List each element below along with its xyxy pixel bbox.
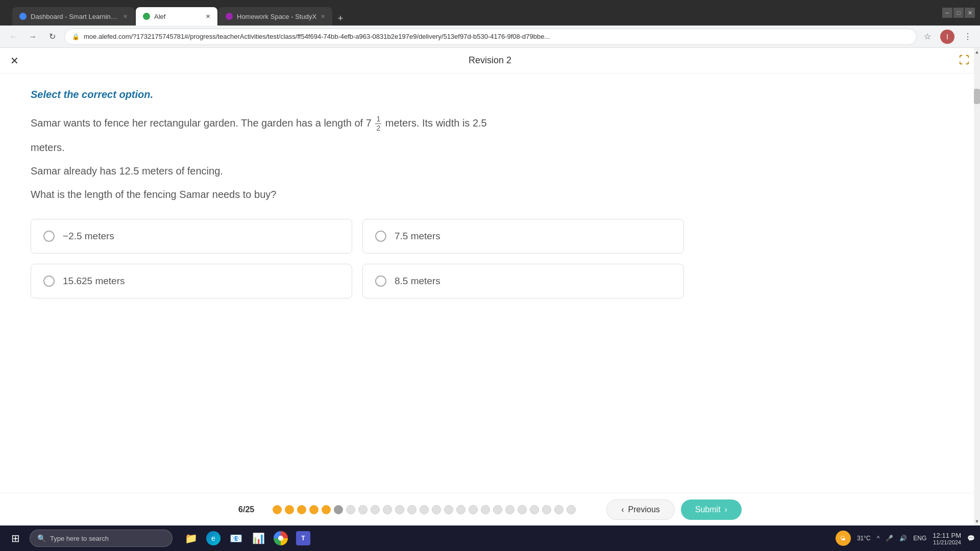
pagination-dot-6[interactable] [334, 505, 343, 514]
tab-studyx[interactable]: Homework Space - StudyX ✕ [218, 7, 332, 26]
new-tab-button[interactable]: + [333, 11, 348, 26]
pagination-dot-10[interactable] [383, 505, 392, 514]
option-b[interactable]: 7.5 meters [362, 219, 684, 254]
pagination-dot-7[interactable] [346, 505, 355, 514]
speaker-icon: 🔊 [899, 535, 907, 542]
question-text-line4: What is the length of the fencing Samar … [31, 185, 684, 204]
pagination-dot-18[interactable] [481, 505, 490, 514]
tab-close-studyx[interactable]: ✕ [321, 13, 325, 20]
pagination-dot-23[interactable] [542, 505, 551, 514]
close-window-button[interactable]: ✕ [965, 8, 975, 18]
edge-icon: e [206, 531, 220, 545]
option-a[interactable]: −2.5 meters [31, 219, 352, 254]
pagination-dot-19[interactable] [493, 505, 502, 514]
option-b-text: 7.5 meters [395, 231, 440, 242]
radio-a[interactable] [43, 231, 55, 242]
pagination-dot-3[interactable] [297, 505, 306, 514]
pagination-dot-5[interactable] [322, 505, 331, 514]
scrollbar-thumb[interactable] [974, 89, 980, 104]
minimize-button[interactable]: ─ [942, 8, 952, 18]
profile-avatar: I [940, 30, 954, 44]
options-grid: −2.5 meters 7.5 meters 15.625 meters 8.5… [31, 219, 684, 298]
url-bar[interactable]: 🔒 moe.alefed.com/?1732175745781#/progres… [64, 29, 917, 45]
taskbar-app-edge[interactable]: e [203, 528, 224, 548]
profile-button[interactable]: I [938, 28, 957, 46]
previous-button[interactable]: ‹ Previous [606, 499, 675, 520]
taskbar-apps: 📁 e 📧 📊 T [181, 528, 313, 548]
taskbar-app-files[interactable]: 📁 [181, 528, 201, 548]
previous-label: Previous [628, 505, 660, 514]
option-c[interactable]: 15.625 meters [31, 264, 352, 298]
pagination-dot-15[interactable] [444, 505, 453, 514]
taskbar-app-chrome[interactable] [271, 528, 291, 548]
taskbar-search[interactable]: 🔍 Type here to search [30, 530, 173, 547]
nav-buttons: ‹ Previous Submit › [606, 499, 742, 520]
pagination-dot-4[interactable] [309, 505, 318, 514]
pagination-dot-13[interactable] [420, 505, 429, 514]
taskbar-app-teams[interactable]: T [293, 528, 313, 548]
pagination-dot-17[interactable] [469, 505, 478, 514]
prev-arrow-icon: ‹ [621, 505, 624, 514]
question-text-line1: Samar wants to fence her rectangular gar… [31, 113, 684, 133]
pagination-dot-8[interactable] [358, 505, 368, 514]
tab-alef[interactable]: Alef ✕ [136, 7, 217, 26]
scroll-up-arrow[interactable]: ▲ [974, 48, 980, 56]
pagination-dot-20[interactable] [505, 505, 514, 514]
chevron-icon: ^ [877, 535, 880, 542]
page-counter: 6/25 [238, 505, 254, 514]
pagination-dot-2[interactable] [285, 505, 294, 514]
forward-button[interactable]: → [26, 30, 40, 44]
expand-button[interactable] [959, 54, 970, 67]
tab-dashboard[interactable]: Dashboard - Smart Learning Ga ✕ [12, 7, 135, 26]
scroll-down-arrow[interactable]: ▼ [974, 517, 980, 525]
taskbar-app-mail[interactable]: 📧 [226, 528, 246, 548]
url-text: moe.alefed.com/?1732175745781#/progress/… [84, 33, 909, 40]
pagination-dot-9[interactable] [371, 505, 380, 514]
pagination-dot-11[interactable] [395, 505, 404, 514]
question-area: Select the correct option. Samar wants t… [0, 73, 715, 314]
pagination-dot-25[interactable] [567, 505, 576, 514]
pagination-dot-22[interactable] [530, 505, 539, 514]
taskbar-right: 🌤 31°C ^ 🎤 🔊 ENG 12:11 PM 11/21/2024 💬 [836, 531, 975, 546]
question-instruction: Select the correct option. [31, 89, 684, 101]
tab-close-alef[interactable]: ✕ [206, 13, 210, 20]
tab-label-studyx: Homework Space - StudyX [237, 13, 316, 20]
browser-tabs-bar: Dashboard - Smart Learning Ga ✕ Alef ✕ H… [0, 0, 980, 26]
submit-button[interactable]: Submit › [681, 499, 742, 520]
radio-b[interactable] [375, 231, 386, 242]
taskbar: ⊞ 🔍 Type here to search 📁 e 📧 📊 T 🌤 31°C… [0, 525, 980, 551]
tab-close-dashboard[interactable]: ✕ [123, 13, 128, 20]
pagination-dot-12[interactable] [407, 505, 416, 514]
teams-icon: T [296, 531, 310, 545]
start-button[interactable]: ⊞ [5, 528, 26, 548]
taskbar-app-office[interactable]: 📊 [248, 528, 268, 548]
search-icon: 🔍 [37, 534, 46, 542]
pagination-dot-14[interactable] [432, 505, 441, 514]
scrollbar[interactable]: ▲ ▼ [974, 48, 980, 525]
radio-c[interactable] [43, 276, 55, 287]
date-display: 11/21/2024 [933, 539, 961, 545]
search-placeholder: Type here to search [50, 535, 109, 542]
browser-menu-button[interactable]: ⋮ [962, 30, 974, 43]
pagination-dot-21[interactable] [518, 505, 527, 514]
temperature-label: 🌤 [836, 531, 851, 546]
radio-d[interactable] [375, 276, 386, 287]
option-a-text: −2.5 meters [63, 231, 114, 242]
reload-button[interactable]: ↻ [45, 30, 59, 44]
page-title: Revision 2 [469, 55, 511, 66]
back-button[interactable]: ← [6, 30, 20, 44]
bookmark-button[interactable]: ☆ [922, 30, 933, 43]
maximize-button[interactable]: □ [953, 8, 964, 18]
notification-icon[interactable]: 💬 [967, 535, 975, 542]
close-button[interactable]: ✕ [10, 55, 19, 67]
pagination-dot-24[interactable] [554, 505, 564, 514]
pagination-dot-1[interactable] [273, 505, 282, 514]
option-d-text: 8.5 meters [395, 276, 440, 287]
language-label: ENG [913, 535, 926, 542]
submit-label: Submit [695, 505, 721, 514]
security-icon: 🔒 [72, 33, 80, 40]
pagination-dot-16[interactable] [456, 505, 465, 514]
option-d[interactable]: 8.5 meters [362, 264, 684, 298]
tab-icon-dashboard [19, 13, 27, 20]
tab-icon-studyx [226, 13, 233, 20]
